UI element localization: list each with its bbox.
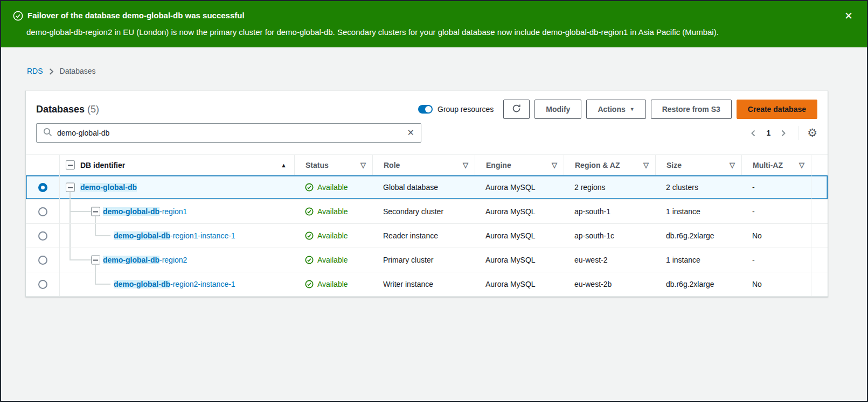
role-cell: Writer instance	[372, 272, 475, 296]
breadcrumb-chevron-icon	[48, 68, 54, 75]
breadcrumb: RDS Databases	[25, 47, 828, 75]
group-resources-label: Group resources	[438, 105, 494, 114]
db-identifier-link[interactable]: demo-global-db-region1	[103, 207, 187, 216]
collapse-row-icon[interactable]	[66, 183, 75, 192]
create-database-button[interactable]: Create database	[737, 100, 817, 119]
row-select-cell	[26, 248, 60, 272]
chevron-down-icon: ▼	[630, 107, 635, 112]
breadcrumb-link-rds[interactable]: RDS	[27, 67, 43, 75]
databases-panel: Databases(5) Group resources Modify	[25, 90, 828, 297]
row-radio-button[interactable]	[38, 256, 47, 265]
search-icon	[43, 128, 52, 139]
refresh-button[interactable]	[503, 100, 530, 119]
column-header-role[interactable]: Role▽	[372, 155, 475, 175]
filter-icon[interactable]: ▽	[463, 161, 468, 169]
filter-icon[interactable]: ▽	[730, 161, 735, 169]
selection-column-header	[26, 155, 60, 175]
collapse-row-icon[interactable]	[91, 256, 100, 265]
status-text: Available	[317, 207, 348, 216]
flashbar-close-icon[interactable]: ✕	[844, 10, 853, 22]
row-radio-button[interactable]	[38, 231, 47, 241]
column-header-region-az[interactable]: Region & AZ▽	[564, 155, 655, 175]
db-identifier-link[interactable]: demo-global-db-region2-instance-1	[114, 280, 235, 288]
header-gutter	[811, 155, 829, 175]
clear-search-icon[interactable]: ✕	[407, 129, 414, 137]
db-identifier-link[interactable]: demo-global-db-region2	[103, 256, 187, 264]
table-row[interactable]: demo-global-db-region1 Available Seconda…	[26, 200, 828, 224]
table-row[interactable]: demo-global-db-region2 Available Primary…	[26, 248, 828, 272]
region-az-cell: ap-south-1	[564, 200, 655, 223]
current-page-number[interactable]: 1	[761, 129, 775, 137]
column-header-label: Status	[305, 161, 329, 170]
column-header-label: Engine	[486, 161, 511, 170]
filter-icon[interactable]: ▽	[360, 161, 366, 169]
filter-icon[interactable]: ▽	[799, 161, 804, 169]
collapse-all-icon[interactable]	[66, 160, 75, 170]
filter-icon[interactable]: ▽	[643, 161, 649, 169]
search-box[interactable]: ✕	[36, 123, 421, 143]
table-row[interactable]: demo-global-db Available Global database…	[26, 175, 828, 200]
multi-az-cell: No	[741, 224, 811, 248]
row-select-cell	[26, 200, 60, 223]
flashbar-title: Failover of the database demo-global-db …	[27, 10, 245, 21]
column-header-label: DB identifier	[80, 161, 125, 170]
size-cell: db.r6g.2xlarge	[655, 224, 741, 248]
tree-connector-line	[95, 272, 96, 285]
breadcrumb-current-databases: Databases	[60, 67, 96, 75]
restore-from-s3-button[interactable]: Restore from S3	[651, 100, 732, 119]
panel-count: (5)	[87, 104, 99, 115]
column-header-status[interactable]: Status▽	[294, 155, 372, 175]
column-header-multi-az[interactable]: Multi-AZ▽	[741, 155, 811, 175]
toggle-on-icon[interactable]	[418, 105, 433, 114]
column-header-label: Role	[384, 161, 400, 170]
row-radio-button[interactable]	[38, 183, 47, 192]
next-page-button[interactable]	[775, 127, 791, 139]
multi-az-cell: -	[741, 175, 811, 199]
table-row[interactable]: demo-global-db-region2-instance-1 Availa…	[26, 272, 828, 297]
row-select-cell	[26, 224, 60, 248]
db-identifier-link[interactable]: demo-global-db	[80, 183, 137, 192]
column-header-engine[interactable]: Engine▽	[475, 155, 564, 175]
column-header-size[interactable]: Size▽	[655, 155, 741, 175]
tree-connector-line	[70, 211, 91, 212]
row-gutter	[811, 272, 829, 296]
table-row[interactable]: demo-global-db-region1-instance-1 Availa…	[26, 224, 828, 248]
settings-gear-icon[interactable]: ⚙	[804, 127, 817, 139]
db-identifier-cell: demo-global-db-region1-instance-1	[60, 224, 294, 248]
modify-button[interactable]: Modify	[534, 100, 581, 119]
success-check-icon	[13, 11, 23, 21]
collapse-row-icon[interactable]	[91, 207, 100, 216]
size-cell: db.r6g.2xlarge	[655, 272, 741, 296]
region-az-cell: ap-south-1c	[564, 224, 655, 248]
column-header-db-identifier[interactable]: DB identifier ▲	[60, 155, 294, 175]
status-text: Available	[317, 256, 348, 264]
filter-icon[interactable]: ▽	[552, 161, 557, 169]
panel-controls: Group resources Modify Actions ▼ Restore	[418, 100, 817, 119]
role-cell: Primary cluster	[372, 248, 475, 272]
row-radio-button[interactable]	[38, 207, 47, 216]
search-input[interactable]	[57, 129, 402, 137]
tree-connector-line	[95, 284, 110, 285]
row-radio-button[interactable]	[38, 280, 47, 289]
sort-ascending-icon[interactable]: ▲	[281, 162, 287, 168]
size-cell: 1 instance	[655, 200, 741, 223]
column-header-label: Multi-AZ	[753, 161, 783, 170]
pagination: 1 ⚙	[745, 126, 817, 140]
tree-connector-line	[70, 259, 91, 260]
engine-cell: Aurora MySQL	[475, 200, 564, 223]
group-resources-toggle[interactable]: Group resources	[418, 105, 494, 114]
actions-button[interactable]: Actions ▼	[586, 100, 645, 119]
panel-title-text: Databases	[36, 104, 85, 115]
db-identifier-cell: demo-global-db-region1	[60, 200, 294, 223]
engine-cell: Aurora MySQL	[475, 272, 564, 296]
engine-cell: Aurora MySQL	[475, 248, 564, 272]
available-check-icon	[305, 207, 314, 216]
row-select-cell	[26, 272, 60, 296]
previous-page-button[interactable]	[745, 127, 761, 139]
tree-connector-line	[95, 224, 96, 236]
panel-header: Databases(5) Group resources Modify	[26, 91, 828, 123]
db-identifier-link[interactable]: demo-global-db-region1-instance-1	[114, 231, 235, 240]
engine-cell: Aurora MySQL	[475, 175, 564, 199]
tree-connector-line	[70, 192, 71, 199]
db-identifier-cell: demo-global-db-region2	[60, 248, 294, 272]
